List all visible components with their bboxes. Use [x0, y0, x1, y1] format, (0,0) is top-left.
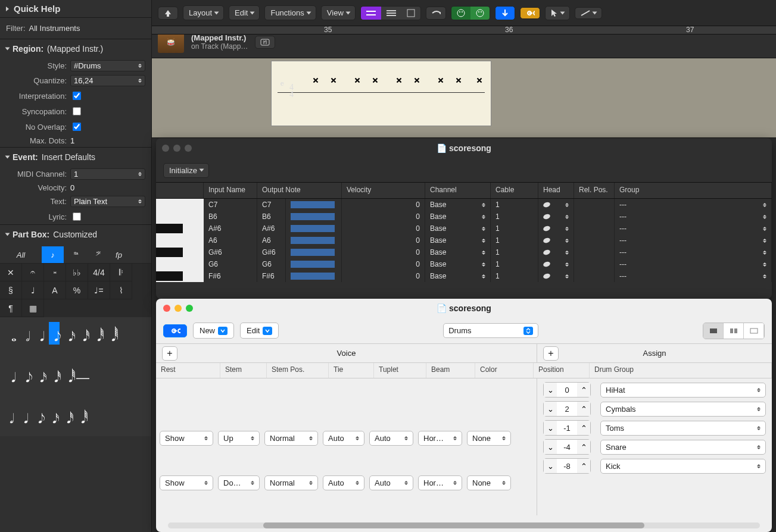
- new-button[interactable]: New: [193, 323, 234, 339]
- col-output[interactable]: Output Note: [257, 183, 342, 198]
- partbox-item[interactable]: ▦: [22, 299, 44, 317]
- note-glyph[interactable]: 𝅝: [6, 322, 17, 345]
- note-glyph[interactable]: 𝅘𝅥𝅯: [63, 322, 74, 345]
- zoom-icon[interactable]: [185, 145, 192, 152]
- output-note[interactable]: A#6: [257, 223, 286, 234]
- input-name[interactable]: A6: [204, 234, 257, 246]
- rest-select[interactable]: Show: [160, 475, 213, 490]
- edit-menu[interactable]: Edit: [229, 5, 260, 20]
- channel-select[interactable]: Base: [425, 211, 491, 223]
- piano-key[interactable]: [156, 270, 204, 282]
- functions-menu[interactable]: Functions: [264, 5, 316, 20]
- view-menu[interactable]: View: [321, 5, 356, 20]
- line-tool[interactable]: [575, 7, 602, 19]
- beam-select[interactable]: Hor…: [418, 475, 462, 490]
- partbox-tab-notes[interactable]: ♪: [42, 246, 64, 263]
- velocity-value[interactable]: 0: [342, 246, 425, 258]
- position-value[interactable]: 2: [557, 405, 577, 414]
- partbox-item[interactable]: ♩=: [88, 281, 110, 299]
- output-note[interactable]: B6: [257, 211, 286, 223]
- position-stepper[interactable]: ⌄0⌃: [543, 382, 591, 398]
- velocity-value[interactable]: 0: [342, 211, 425, 223]
- input-name[interactable]: G6: [204, 258, 257, 270]
- partbox-tab-clef[interactable]: 𝄢: [86, 246, 108, 263]
- window-titlebar[interactable]: 📄 scoresong: [156, 138, 772, 158]
- score-display[interactable]: 𝄴 44: [152, 58, 776, 138]
- region-section-header[interactable]: Region: (Mapped Instr.): [0, 39, 151, 58]
- note-glyph[interactable]: 𝅘𝅥𝅱.: [77, 404, 88, 427]
- col-group[interactable]: Group: [615, 183, 772, 198]
- note-glyph[interactable]: 𝅗𝅥.: [6, 404, 17, 427]
- velocity-value[interactable]: 0: [342, 223, 425, 234]
- note-glyph[interactable]: 𝅘𝅥𝅮.: [35, 404, 45, 427]
- output-note[interactable]: C7: [257, 199, 286, 211]
- col-drumgroup[interactable]: Drum Group: [590, 363, 772, 378]
- relpos-value[interactable]: [574, 199, 615, 211]
- input-name[interactable]: B6: [204, 211, 257, 223]
- input-name[interactable]: C7: [204, 199, 257, 211]
- relpos-value[interactable]: [574, 223, 615, 234]
- partbox-item[interactable]: ♩: [22, 281, 44, 299]
- quantize-select[interactable]: 16,24: [70, 75, 145, 86]
- col-rest[interactable]: Rest: [156, 363, 220, 378]
- head-select[interactable]: [538, 199, 574, 211]
- style-select[interactable]: #Drums: [70, 60, 145, 71]
- add-voice-button[interactable]: +: [162, 346, 177, 361]
- note-glyph[interactable]: 𝅘𝅥𝅮: [49, 322, 60, 345]
- position-value[interactable]: 0: [557, 386, 577, 395]
- cable-value[interactable]: 1: [491, 199, 538, 211]
- edit-button[interactable]: Edit: [240, 323, 279, 339]
- beam-select[interactable]: Hor…: [418, 431, 462, 446]
- drumgroup-select[interactable]: Snare: [600, 440, 766, 455]
- input-name[interactable]: A#6: [204, 223, 257, 234]
- pointer-tool[interactable]: [545, 6, 570, 20]
- catch-playhead-icon[interactable]: [495, 6, 515, 20]
- link-icon[interactable]: [520, 7, 540, 19]
- event-section-header[interactable]: Event: Insert Defaults: [0, 147, 151, 167]
- channel-select[interactable]: Base: [425, 234, 491, 246]
- partbox-tab-all[interactable]: All: [0, 246, 42, 263]
- view-segment[interactable]: [703, 323, 765, 339]
- note-glyph[interactable]: —: [77, 363, 88, 386]
- partbox-item[interactable]: 𝄐: [22, 264, 44, 281]
- filter-value[interactable]: All Instruments: [29, 24, 80, 33]
- stepper-up[interactable]: ⌃: [577, 383, 590, 397]
- position-stepper[interactable]: ⌄2⌃: [543, 401, 591, 417]
- stepper-up[interactable]: ⌃: [577, 402, 590, 416]
- cable-value[interactable]: 1: [491, 258, 538, 270]
- piano-key[interactable]: [156, 246, 204, 258]
- col-color[interactable]: Color: [475, 363, 534, 378]
- stempos-select[interactable]: Normal: [264, 475, 318, 490]
- note-glyph[interactable]: 𝅗𝅥: [20, 322, 31, 345]
- partbox-section-header[interactable]: Part Box: Customized: [0, 224, 151, 244]
- layout-menu[interactable]: Layout: [183, 5, 224, 20]
- quick-help-header[interactable]: Quick Help: [0, 0, 151, 18]
- tie-select[interactable]: Auto: [323, 475, 364, 490]
- midi-in-icon[interactable]: [426, 7, 446, 20]
- cable-value[interactable]: 1: [491, 270, 538, 282]
- partbox-item[interactable]: ♭♭: [66, 264, 88, 281]
- partbox-item[interactable]: ⌇: [110, 281, 132, 299]
- col-head[interactable]: Head: [538, 183, 574, 198]
- stempos-select[interactable]: Normal: [264, 431, 318, 446]
- note-glyph[interactable]: 𝅘𝅥𝅰: [77, 322, 88, 345]
- table-row[interactable]: G#6G#60Base1---: [156, 246, 772, 258]
- partbox-item[interactable]: A: [44, 281, 66, 299]
- drumgroup-select[interactable]: Kick: [600, 459, 766, 474]
- color-select[interactable]: None: [467, 475, 511, 490]
- cable-value[interactable]: 1: [491, 246, 538, 258]
- bar-ruler[interactable]: 35 36 37: [152, 26, 776, 35]
- head-select[interactable]: [538, 246, 574, 258]
- col-channel[interactable]: Channel: [425, 183, 491, 198]
- close-icon[interactable]: [162, 145, 169, 152]
- table-row[interactable]: G6G60Base1---: [156, 258, 772, 270]
- piano-key[interactable]: [156, 199, 204, 211]
- note-glyph[interactable]: 𝅘𝅥𝅰: [49, 363, 60, 386]
- stepper-up[interactable]: ⌃: [577, 421, 590, 435]
- table-row[interactable]: F#6F#60Base1---: [156, 270, 772, 282]
- color-select[interactable]: None: [467, 431, 511, 446]
- minimize-icon[interactable]: [174, 305, 182, 312]
- color-segment[interactable]: [451, 6, 490, 20]
- group-select[interactable]: ---: [615, 258, 772, 270]
- stepper-down[interactable]: ⌄: [544, 440, 557, 454]
